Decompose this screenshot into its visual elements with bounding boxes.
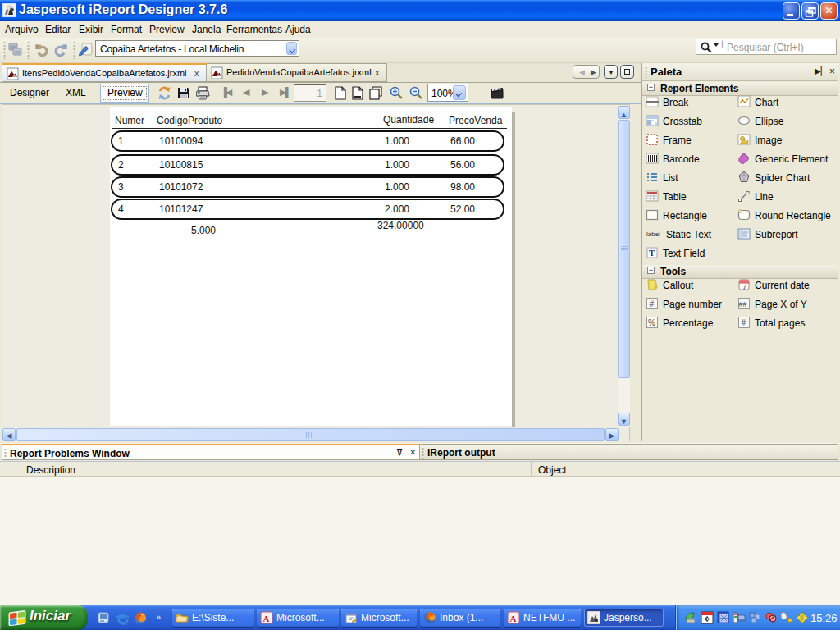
svg-text:%: % (648, 318, 655, 327)
svg-text:A: A (263, 614, 270, 623)
svg-text:#: # (650, 299, 655, 308)
svg-text:7: 7 (742, 283, 746, 291)
svg-text:##: ## (739, 300, 747, 308)
svg-text:A: A (510, 614, 517, 623)
svg-text:#: # (742, 318, 746, 327)
svg-text:label: label (646, 231, 660, 238)
svg-text:T: T (649, 248, 655, 258)
